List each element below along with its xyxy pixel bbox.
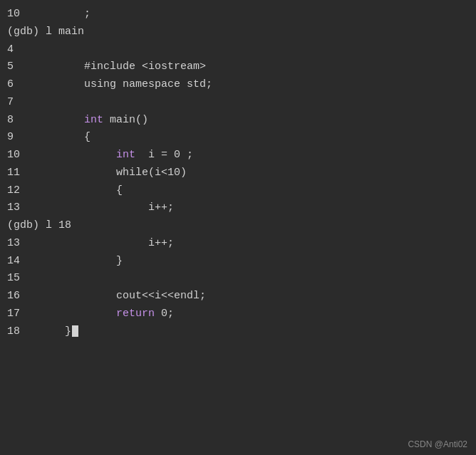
terminal-window: 10 ; (gdb) l main 4 5 #include <iostream… [0, 0, 476, 455]
code-line-6: 6 using namespace std; [0, 76, 476, 94]
code-line-8: 8 int main() [0, 112, 476, 130]
line-partial-top: 10 ; [0, 6, 476, 23]
gdb-prompt-main: (gdb) l main [0, 23, 476, 41]
code-line-17: 17 return 0; [0, 305, 476, 323]
code-line-13a: 13 i++; [0, 199, 476, 217]
code-line-9: 9 { [0, 129, 476, 147]
code-line-13b: 13 i++; [0, 235, 476, 253]
terminal-cursor [72, 325, 78, 337]
code-line-10: 10 int i = 0 ; [0, 147, 476, 164]
code-line-16: 16 cout<<i<<endl; [0, 288, 476, 305]
code-line-11: 11 while(i<10) [0, 164, 476, 182]
code-line-18: 18 } [0, 323, 476, 341]
code-line-5: 5 #include <iostream> [0, 58, 476, 76]
code-line-4: 4 [0, 41, 476, 59]
code-line-7: 7 [0, 94, 476, 112]
watermark-text: CSDN @Anti02 [408, 439, 467, 449]
code-line-14: 14 } [0, 253, 476, 271]
code-line-12: 12 { [0, 182, 476, 200]
code-line-15: 15 [0, 270, 476, 288]
gdb-prompt-18: (gdb) l 18 [0, 217, 476, 235]
code-display: 10 ; (gdb) l main 4 5 #include <iostream… [0, 0, 476, 346]
